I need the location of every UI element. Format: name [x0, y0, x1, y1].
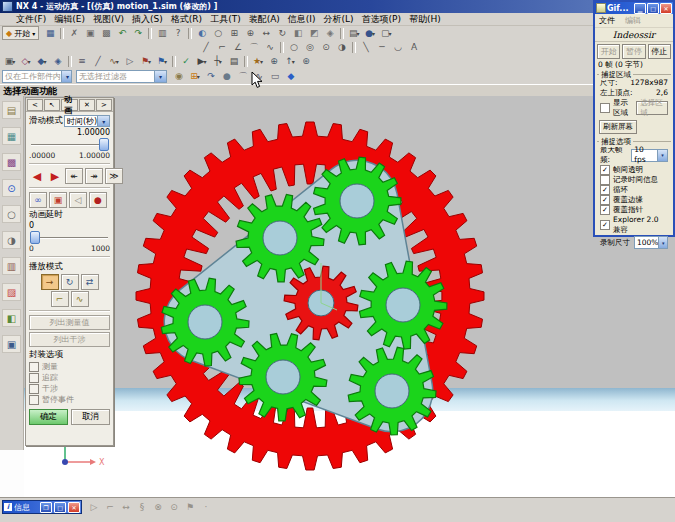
play-reverse-button[interactable]: ◀ — [29, 169, 45, 183]
help-context-icon[interactable]: ? — [170, 26, 186, 40]
capture-stop-button[interactable]: 停止 — [648, 44, 671, 59]
move-icon[interactable]: ↔ — [119, 501, 133, 514]
menu-item-0[interactable]: 文件(F) — [12, 13, 50, 25]
highlight-icon[interactable]: ◉ — [171, 69, 187, 83]
motion-joint-icon[interactable]: ◆▾ — [34, 54, 50, 68]
export-movie-button[interactable]: ▣ — [49, 192, 67, 208]
clock-icon[interactable]: ◑ — [2, 231, 21, 249]
display-mode-icon[interactable]: ●▾ — [362, 26, 378, 40]
planet-hub-3[interactable] — [188, 305, 222, 339]
motion-mechanism-icon[interactable]: ★▾ — [250, 54, 266, 68]
save-icon[interactable]: ▦ — [42, 26, 58, 40]
checkbox-unchecked[interactable] — [29, 395, 39, 405]
planet-hub-5[interactable] — [375, 374, 409, 408]
sphere-select-icon[interactable]: ● — [219, 69, 235, 83]
planet-hub-1[interactable] — [340, 184, 374, 218]
chevron-down-icon[interactable]: ▾ — [97, 116, 109, 126]
minimized-info-window[interactable]: i 信息 ❐ □ ✕ — [2, 500, 82, 514]
record-button[interactable]: ● — [89, 192, 107, 208]
menu-item-10[interactable]: 帮助(H) — [405, 13, 445, 25]
menu-item-9[interactable]: 首选项(P) — [358, 13, 405, 25]
chevron-down-icon[interactable]: ▾ — [61, 71, 72, 82]
sketch-point-circle-icon[interactable]: ⊙ — [318, 40, 334, 54]
selection-filter-combo[interactable]: 无选择过滤器 ▾ — [76, 70, 167, 83]
checkbox-checked[interactable]: ✓ — [600, 185, 610, 195]
planet-hub-2[interactable] — [263, 221, 297, 255]
motion-marker-icon[interactable]: ◈ — [50, 54, 66, 68]
sketch-diagonal-icon[interactable]: ╲ — [358, 40, 374, 54]
undo-icon[interactable]: ↶ — [114, 26, 130, 40]
attach-icon[interactable]: § — [135, 501, 149, 514]
monitor-icon[interactable]: ▣ — [2, 335, 21, 353]
minimize-icon[interactable]: ▁ — [634, 3, 646, 14]
play-pingpong-button[interactable]: ⇄ — [81, 274, 99, 290]
motion-graph-icon[interactable]: ┼▾ — [210, 54, 226, 68]
record-size-combo[interactable]: 100% ▾ — [634, 236, 668, 249]
sketch-line-icon[interactable]: ╱ — [198, 40, 214, 54]
redo-icon[interactable]: ↷ — [130, 26, 146, 40]
motion-solve-icon[interactable]: ✓ — [178, 54, 194, 68]
checkbox-checked[interactable]: ✓ — [600, 220, 610, 230]
selection-scope-combo[interactable]: 仅在工作部件内 ▾ — [2, 70, 72, 83]
step-back-button[interactable]: ↞ — [65, 168, 83, 184]
nav-back-button[interactable]: < — [27, 99, 43, 111]
close-icon[interactable]: ✕ — [660, 3, 672, 14]
motion-spring-icon[interactable]: ∿▾ — [106, 54, 122, 68]
sketch-corner-icon[interactable]: ⌐ — [214, 40, 230, 54]
play-forward-button[interactable]: ▶ — [47, 169, 63, 183]
motion-force-flag-icon[interactable]: ⚑▾ — [138, 54, 154, 68]
sketch-circle2-icon[interactable]: ◎ — [302, 40, 318, 54]
restore-icon[interactable]: ❐ — [40, 502, 52, 513]
sound-button[interactable]: ◁ — [69, 192, 87, 208]
checkbox-unchecked[interactable] — [600, 175, 610, 185]
snap-point-icon[interactable]: ⊞▾ — [187, 69, 203, 83]
menu-item-1[interactable]: 编辑(E) — [50, 13, 89, 25]
motion-animate-icon[interactable]: ▶▾ — [194, 54, 210, 68]
assembly-navigator-icon[interactable]: ▩ — [2, 153, 21, 171]
book-icon[interactable]: ▥ — [2, 257, 21, 275]
play-loop-button[interactable]: ↻ — [61, 274, 79, 290]
component-icon[interactable]: ⊙ — [167, 501, 181, 514]
window-icon[interactable]: ▢▾ — [378, 26, 394, 40]
fps-combo[interactable]: 10 fps ▾ — [631, 149, 668, 162]
sketch-text-icon[interactable]: A — [406, 40, 422, 54]
paste-icon[interactable]: ▩ — [98, 26, 114, 40]
colors-icon[interactable]: ▨ — [2, 283, 21, 301]
menu-item-3[interactable]: 插入(S) — [128, 13, 167, 25]
close-icon[interactable]: ✕ — [68, 502, 80, 513]
checkbox-checked[interactable]: ✓ — [600, 195, 610, 205]
menu-item-8[interactable]: 分析(L) — [320, 13, 358, 25]
sketch-angle-icon[interactable]: ∠ — [230, 40, 246, 54]
rotate-view-icon[interactable]: ↻ — [274, 26, 290, 40]
chain-link-button[interactable]: ∞ — [29, 192, 47, 208]
rect-select-icon[interactable]: ▭ — [267, 69, 283, 83]
flag-icon[interactable]: ⚑ — [183, 501, 197, 514]
sketch-hline-icon[interactable]: ─ — [374, 40, 390, 54]
motion-gear-icon[interactable]: ⊛ — [298, 54, 314, 68]
capture-pause-button[interactable]: 暂停 — [622, 44, 645, 59]
list-measurements-button[interactable]: 列出测量值 — [29, 315, 110, 330]
list-interference-button[interactable]: 列出干涉 — [29, 332, 110, 347]
motion-link-icon[interactable]: ◇▾ — [18, 54, 34, 68]
wrench-icon[interactable]: ⌐ — [103, 501, 117, 514]
zoom-view-icon[interactable]: ⊕ — [242, 26, 258, 40]
menu-item-7[interactable]: 信息(I) — [284, 13, 320, 25]
mate-icon[interactable]: ⊗ — [151, 501, 165, 514]
more-dot-icon[interactable]: · — [199, 501, 213, 514]
checkbox-unchecked[interactable] — [29, 384, 39, 394]
chevron-down-icon[interactable]: ▾ — [657, 150, 667, 161]
gif-title-bar[interactable]: Gif... ▁ □ ✕ — [595, 2, 673, 14]
time-slider-thumb[interactable] — [99, 138, 109, 151]
show-region-checkbox[interactable] — [600, 103, 610, 113]
chevron-down-icon[interactable]: ▾ — [658, 237, 667, 248]
planet-hub-6[interactable] — [386, 288, 420, 322]
motion-trace-icon[interactable]: ╱ — [90, 54, 106, 68]
palette-icon[interactable]: ▦ — [2, 127, 21, 145]
cancel-button[interactable]: 取消 — [71, 409, 110, 425]
info-icon[interactable]: ⊙ — [2, 179, 21, 197]
history-icon[interactable]: ○ — [2, 205, 21, 223]
maximize-icon[interactable]: □ — [647, 3, 659, 14]
shaded-view-icon[interactable]: ◐ — [194, 26, 210, 40]
menu-item-5[interactable]: 工具(T) — [206, 13, 245, 25]
capture-start-button[interactable]: 开始 — [597, 44, 620, 59]
